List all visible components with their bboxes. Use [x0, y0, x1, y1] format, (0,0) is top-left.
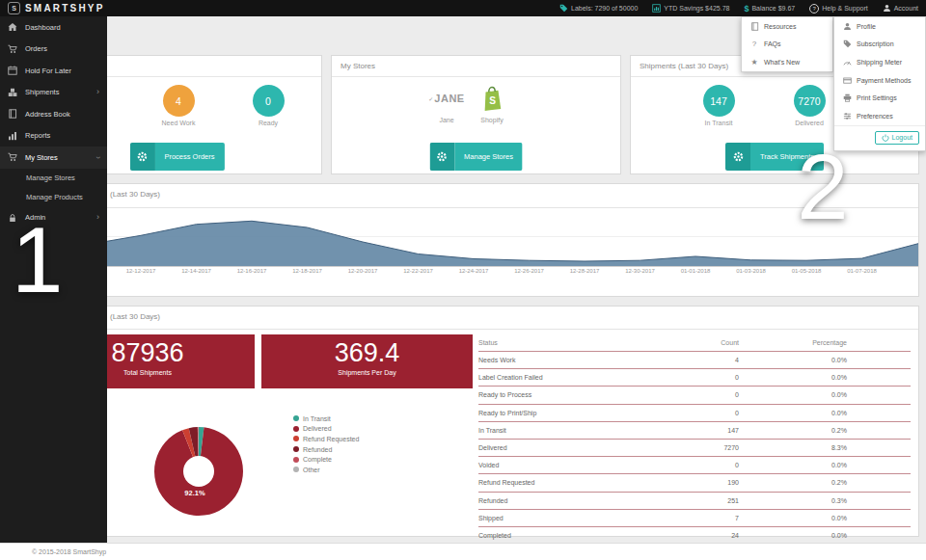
menu-item-label: Subscription — [857, 40, 894, 47]
legend-swatch — [293, 426, 299, 432]
legend-item: Complete — [293, 454, 359, 465]
sidebar-item-my-stores[interactable]: My Stores › — [0, 147, 107, 169]
pie-legend: In Transit Delivered Refund Requested Re… — [293, 413, 359, 475]
my-stores-card: My Stores ✓ JANE Jane S Shopify Manage S… — [331, 55, 621, 174]
shipments-per-day-label: Shipments Per Day — [261, 369, 473, 376]
store-cart-icon — [8, 152, 19, 162]
cell-count: 4 — [647, 357, 739, 363]
menu-item-label: Resources — [764, 23, 796, 30]
menu-item-whats-new[interactable]: ★ What's New — [742, 53, 832, 71]
legend-swatch — [293, 467, 299, 472]
x-axis-label: 12-20-2017 — [348, 268, 378, 274]
account-button[interactable]: Account — [883, 4, 918, 13]
cell-count: 251 — [647, 497, 739, 504]
savings-chart-icon — [652, 4, 661, 13]
menu-item-profile[interactable]: Profile — [834, 17, 925, 36]
legend-swatch — [293, 415, 299, 421]
jane-logo: ✓ JANE — [422, 81, 471, 116]
printer-icon — [842, 93, 852, 102]
ytd-text: YTD Savings $425.78 — [664, 5, 729, 12]
shipments-per-day-value: 369.4 — [261, 334, 473, 368]
table-header-row: Status Count Percentage — [478, 334, 911, 352]
cell-count: 0 — [647, 462, 739, 468]
calendar-icon — [8, 66, 19, 75]
copyright-text: © 2015-2018 SmartShyp — [32, 548, 106, 555]
sidebar-item-shipments[interactable]: Shipments › — [0, 82, 107, 104]
sidebar-item-label: Admin — [25, 213, 45, 222]
menu-item-payment-methods[interactable]: Payment Methods — [834, 71, 925, 90]
manage-stores-button[interactable]: Manage Stores — [429, 143, 523, 171]
cell-pct: 0.0% — [739, 532, 847, 539]
account-menu: Profile Subscription Shipping Meter Paym… — [833, 16, 926, 151]
menu-item-preferences[interactable]: Preferences — [834, 107, 925, 125]
in-transit-stat: 147 In Transit — [692, 85, 746, 126]
table-row: Needs Work40.0% — [478, 352, 911, 369]
legend-swatch — [293, 457, 299, 463]
bar-chart-icon — [8, 131, 19, 141]
x-axis-label: 01-05-2018 — [792, 268, 822, 274]
legend-item: In Transit — [293, 413, 359, 424]
table-row: Label Creation Failed00.0% — [478, 369, 911, 387]
menu-item-print-settings[interactable]: Print Settings — [834, 89, 925, 107]
menu-item-label: Profile — [857, 23, 876, 30]
legend-label: In Transit — [303, 415, 331, 422]
x-axis-label: 12-22-2017 — [403, 268, 433, 274]
table-row: Ready to Process00.0% — [478, 387, 911, 404]
need-work-stat: 4 Need Work — [151, 85, 205, 126]
overview-title: (Last 30 Days) — [110, 312, 160, 321]
sidebar-item-label: Reports — [25, 131, 50, 140]
help-icon: ? — [809, 4, 819, 13]
button-label: Process Orders — [154, 143, 224, 171]
sidebar-item-address-book[interactable]: Address Book — [0, 103, 107, 125]
cell-pct: 0.0% — [739, 374, 847, 381]
menu-item-resources[interactable]: Resources — [742, 17, 832, 36]
menu-item-subscription[interactable]: Subscription — [834, 36, 925, 54]
sidebar-item-manage-stores[interactable]: Manage Stores — [0, 169, 107, 188]
sidebar-item-label: Manage Stores — [26, 173, 75, 182]
table-row: Refund Requested1900.2% — [478, 474, 911, 492]
header-status: Status — [478, 339, 647, 346]
table-row: In Transit1470.2% — [478, 422, 911, 440]
menu-item-label: Print Settings — [857, 94, 897, 101]
in-transit-label: In Transit — [692, 120, 746, 126]
table-row: Voided00.0% — [478, 457, 911, 474]
app-logo: S SMARTSHYP — [8, 2, 105, 14]
menu-item-label: What's New — [764, 59, 800, 66]
logo-text: SMARTSHYP — [25, 3, 105, 13]
table-row: Shipped70.0% — [478, 510, 911, 527]
dollar-icon: $ — [744, 4, 749, 13]
sidebar-item-hold-for-later[interactable]: Hold For Later — [0, 60, 107, 82]
process-orders-button[interactable]: Process Orders — [129, 143, 224, 171]
home-icon — [8, 22, 19, 32]
gear-icon — [429, 143, 454, 171]
cell-pct: 0.0% — [739, 515, 847, 521]
boxes-icon — [8, 88, 19, 97]
menu-item-faqs[interactable]: ? FAQs — [742, 36, 832, 54]
question-icon: ? — [749, 40, 759, 48]
sidebar-item-reports[interactable]: Reports — [0, 125, 107, 147]
x-axis-labels: 12-12-201712-14-201712-16-201712-18-2017… — [33, 268, 918, 278]
cell-pct: 0.0% — [739, 391, 847, 398]
shipments-overview-card: (Last 30 Days) 87936 Total Shipments 369… — [32, 306, 919, 537]
labels-text: Labels: 7290 of 50000 — [571, 5, 638, 12]
sidebar-item-manage-products[interactable]: Manage Products — [0, 188, 107, 207]
sidebar-item-label: Shipments — [25, 88, 59, 96]
cell-pct: 8.3% — [739, 444, 847, 451]
sidebar-item-admin[interactable]: Admin › — [0, 207, 107, 229]
help-support-button[interactable]: ? Help & Support — [809, 4, 867, 13]
header-count: Count — [647, 339, 739, 346]
logout-button[interactable]: Logout — [875, 131, 919, 145]
sidebar-item-dashboard[interactable]: Dashboard — [0, 16, 107, 39]
power-icon — [882, 134, 889, 142]
track-shipments-button[interactable]: Track Shipments — [725, 143, 824, 171]
button-label: Track Shipments — [750, 143, 824, 171]
sidebar-item-label: Hold For Later — [25, 67, 71, 75]
ready-label: Ready — [241, 120, 295, 126]
balance: S $ Balance $9.67 — [744, 4, 795, 13]
sidebar-item-orders[interactable]: Orders — [0, 39, 107, 61]
legend-item: Delivered — [293, 424, 359, 435]
menu-item-shipping-meter[interactable]: Shipping Meter — [834, 53, 925, 71]
need-work-count: 4 — [163, 85, 195, 117]
legend-swatch — [293, 446, 299, 452]
shipments-trend-card: (Last 30 Days) 12-12-201712-14-201712-16… — [32, 183, 919, 297]
